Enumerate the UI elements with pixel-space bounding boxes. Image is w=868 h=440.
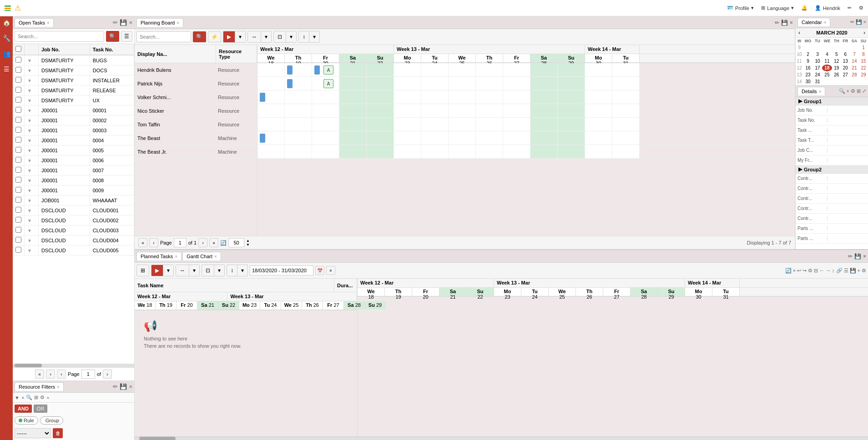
gantt-task-bar[interactable]: A <box>323 79 333 88</box>
row-checkbox-cell[interactable] <box>13 215 25 225</box>
details-tab-close[interactable]: × <box>819 89 822 94</box>
calendar-tab[interactable]: Calendar × <box>797 18 830 26</box>
select-all-checkbox[interactable] <box>15 46 21 52</box>
gb-play-dropdown[interactable]: ▾ <box>163 265 173 276</box>
row-checkbox[interactable] <box>15 107 21 113</box>
row-checkbox[interactable] <box>15 207 21 213</box>
calendar-day[interactable] <box>841 44 850 51</box>
gb-save2-icon[interactable]: 💾 <box>850 268 856 274</box>
row-checkbox-cell[interactable] <box>13 195 25 205</box>
gantt-bar[interactable] <box>260 134 265 143</box>
row-checkbox[interactable] <box>15 167 21 173</box>
calendar-day[interactable] <box>832 44 841 51</box>
cal-edit-icon[interactable]: ✏ <box>850 19 854 25</box>
row-checkbox[interactable] <box>15 247 21 253</box>
search-button[interactable]: 🔍 <box>106 31 119 42</box>
sidebar-users-icon[interactable]: 👥 <box>3 50 10 57</box>
calendar-day[interactable]: 27 <box>841 71 850 78</box>
pb-last-page[interactable]: » <box>209 238 218 247</box>
play-button[interactable]: ▶ <box>223 31 235 42</box>
edit-nav[interactable]: ✏ <box>848 5 852 11</box>
and-button[interactable]: AND <box>15 405 32 413</box>
calendar-day[interactable]: 26 <box>832 71 841 78</box>
date-range-field[interactable] <box>250 265 313 275</box>
open-tasks-tab-close[interactable]: × <box>47 20 50 25</box>
calendar-day[interactable]: 4 <box>822 51 832 58</box>
pb-tab-close[interactable]: × <box>177 20 179 25</box>
rule-button[interactable]: Rule <box>15 416 38 425</box>
calendar-day[interactable]: 7 <box>850 51 859 58</box>
cal-next-button[interactable]: › <box>863 30 865 36</box>
pb-rows-input[interactable] <box>228 238 244 247</box>
row-checkbox[interactable] <box>15 157 21 163</box>
pb-close-icon[interactable]: × <box>790 20 793 26</box>
row-checkbox-cell[interactable] <box>13 75 25 85</box>
user-nav[interactable]: 👤 Hendrik <box>815 5 840 11</box>
calendar-day[interactable]: 12 <box>832 58 841 65</box>
gantt-chart-tab[interactable]: Gantt Chart × <box>182 252 221 260</box>
prev-page-button[interactable]: ‹ <box>46 370 55 379</box>
row-checkbox-cell[interactable] <box>13 205 25 215</box>
calendar-day[interactable]: 20 <box>841 65 850 71</box>
hamburger-button[interactable]: ☰ <box>121 31 132 42</box>
group2-expand-icon[interactable]: ▶ <box>798 166 802 172</box>
pb-first-page[interactable]: « <box>138 238 147 247</box>
gb-link-icon[interactable]: 🔗 <box>836 268 843 274</box>
gb-arrow-button[interactable]: ↔ <box>176 265 189 276</box>
pb-save-icon[interactable]: 💾 <box>781 20 788 26</box>
row-checkbox-cell[interactable] <box>13 85 25 95</box>
calendar-day[interactable]: 5 <box>832 51 841 58</box>
row-checkbox[interactable] <box>15 87 21 93</box>
row-checkbox-cell[interactable] <box>13 235 25 245</box>
calendar-day[interactable] <box>822 44 832 51</box>
planned-tasks-close[interactable]: × <box>175 254 177 259</box>
row-checkbox-cell[interactable] <box>13 125 25 135</box>
row-checkbox[interactable] <box>15 237 21 243</box>
row-checkbox-cell[interactable] <box>13 185 25 195</box>
open-tasks-tab[interactable]: Open Tasks × <box>15 18 54 27</box>
calendar-day[interactable] <box>850 78 859 85</box>
row-checkbox-cell[interactable] <box>13 95 25 105</box>
row-checkbox-cell[interactable] <box>13 165 25 175</box>
language-nav[interactable]: ⊞ Language ▾ <box>761 5 794 11</box>
gb-nav-right-icon[interactable]: → <box>826 268 831 273</box>
group1-expand-icon[interactable]: ▶ <box>798 98 802 104</box>
calendar-day[interactable]: 31 <box>813 78 822 85</box>
filter-copy-icon[interactable]: ⊞ <box>34 395 38 400</box>
row-checkbox-cell[interactable] <box>13 135 25 145</box>
group-button[interactable]: Group <box>40 416 64 425</box>
calendar-day[interactable]: 30 <box>803 78 813 85</box>
gb-list-icon[interactable]: ☰ <box>844 268 848 274</box>
calendar-day[interactable]: 25 <box>822 71 832 78</box>
settings-nav[interactable]: ⚙ <box>859 5 863 11</box>
arrow-dropdown-button[interactable]: ▾ <box>261 31 271 42</box>
bt-edit-icon[interactable]: ✏ <box>848 253 853 260</box>
gb-arrow-dropdown[interactable]: ▾ <box>189 265 199 276</box>
row-checkbox[interactable] <box>15 197 21 203</box>
calendar-day[interactable]: 11 <box>822 58 832 65</box>
row-checkbox-cell[interactable] <box>13 65 25 75</box>
calendar-tab-close[interactable]: × <box>824 20 827 25</box>
row-checkbox[interactable] <box>15 127 21 133</box>
calendar-day[interactable]: 18 <box>822 65 832 71</box>
calendar-day[interactable]: 22 <box>859 65 868 71</box>
gb-gear2-icon[interactable]: ⚙ <box>862 268 866 274</box>
filter-plus-icon[interactable]: + <box>46 395 49 400</box>
filter-delete-button[interactable]: 🗑 <box>53 428 63 438</box>
gantt-bar[interactable] <box>287 79 293 88</box>
calendar-day[interactable] <box>832 78 841 85</box>
row-checkbox[interactable] <box>15 137 21 143</box>
next-page-button[interactable]: › <box>103 370 112 379</box>
gb-sort-dropdown[interactable]: ▾ <box>237 265 247 276</box>
row-checkbox-cell[interactable] <box>13 225 25 235</box>
row-checkbox[interactable] <box>15 77 21 83</box>
calendar-day[interactable] <box>850 44 859 51</box>
calendar-day[interactable] <box>822 78 832 85</box>
bell-nav[interactable]: 🔔 <box>801 5 807 11</box>
cal-close-icon[interactable]: × <box>863 19 866 25</box>
calendar-day[interactable]: 24 <box>813 71 822 78</box>
tab-close-icon[interactable]: × <box>129 19 132 26</box>
row-checkbox[interactable] <box>15 217 21 223</box>
calendar-day[interactable]: 19 <box>832 65 841 71</box>
sidebar-menu-icon[interactable]: ☰ <box>4 65 10 73</box>
